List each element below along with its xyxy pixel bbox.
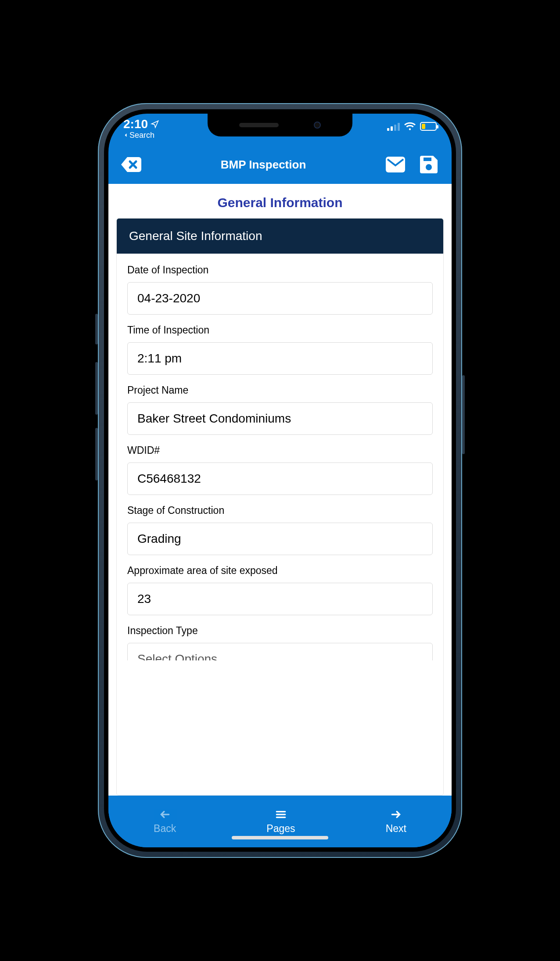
home-indicator[interactable] [232,836,328,839]
inspection-type-select[interactable]: Select Options [127,643,433,660]
field-time-of-inspection: Time of Inspection [127,324,433,375]
field-label: Approximate area of site exposed [127,565,433,577]
field-stage-of-construction: Stage of Construction [127,505,433,555]
nav-back-label: Back [154,823,176,835]
field-label: Inspection Type [127,625,433,637]
screen: 2:10 Search [108,114,452,847]
phone-frame: 2:10 Search [98,103,462,858]
page-title: General Information [108,184,452,218]
field-label: WDID# [127,445,433,456]
bottom-nav: Back Pages Next [108,796,452,847]
wdid-input[interactable] [127,463,433,495]
menu-icon [274,809,287,820]
save-icon [420,156,438,173]
form-card: General Site Information Date of Inspect… [116,218,444,796]
phone-volume-up [95,362,98,415]
time-of-inspection-input[interactable] [127,342,433,375]
close-button[interactable] [121,154,142,175]
arrow-right-icon [389,809,402,820]
approximate-area-input[interactable] [127,583,433,615]
nav-pages-label: Pages [266,823,295,835]
form-body[interactable]: Date of Inspection Time of Inspection Pr… [117,254,443,660]
field-label: Project Name [127,384,433,396]
wifi-icon [404,122,416,131]
field-approximate-area: Approximate area of site exposed [127,565,433,615]
project-name-input[interactable] [127,402,433,435]
status-time-text: 2:10 [123,118,148,130]
nav-back-button[interactable]: Back [154,809,176,835]
back-caret-icon [123,133,129,138]
status-time: 2:10 [123,118,159,130]
app-header: BMP Inspection [108,145,452,184]
content-area: General Information General Site Informa… [108,184,452,796]
section-header: General Site Information [117,219,443,254]
mail-icon [386,157,405,172]
cellular-signal-icon [387,122,400,131]
phone-speaker [239,123,279,127]
arrow-left-icon [158,809,172,820]
save-button[interactable] [418,154,439,175]
field-label: Time of Inspection [127,324,433,336]
field-label: Stage of Construction [127,505,433,516]
phone-notch [208,114,352,136]
battery-icon [420,122,437,131]
header-title: BMP Inspection [221,158,306,172]
nav-pages-button[interactable]: Pages [266,809,295,835]
field-label: Date of Inspection [127,264,433,276]
phone-volume-down [95,428,98,480]
phone-silent-switch [95,314,98,344]
mail-button[interactable] [385,154,406,175]
phone-power-button [462,375,465,454]
nav-next-button[interactable]: Next [386,809,406,835]
close-icon [121,156,141,173]
field-project-name: Project Name [127,384,433,435]
svg-rect-2 [424,158,431,161]
phone-camera [314,122,321,129]
field-date-of-inspection: Date of Inspection [127,264,433,315]
field-wdid: WDID# [127,445,433,495]
status-back-to-search[interactable]: Search [123,131,159,139]
svg-point-1 [426,164,432,170]
status-back-label: Search [129,131,154,139]
field-inspection-type: Inspection Type Select Options [127,625,433,660]
nav-next-label: Next [386,823,406,835]
date-of-inspection-input[interactable] [127,282,433,315]
location-icon [151,120,159,129]
stage-of-construction-input[interactable] [127,523,433,555]
